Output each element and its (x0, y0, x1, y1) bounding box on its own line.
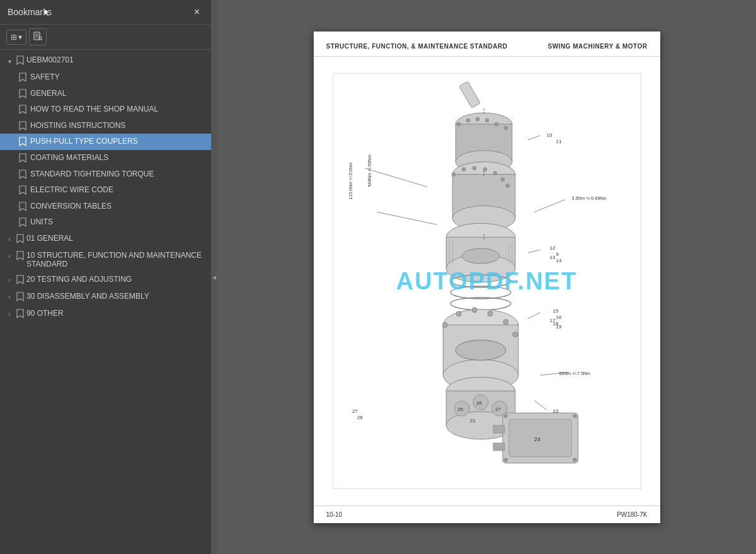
sidebar-item-units[interactable]: UNITS (0, 214, 211, 231)
svg-line-98 (364, 168, 427, 187)
expand-arrow-icon: › (5, 275, 14, 286)
bookmark-icon (16, 309, 24, 318)
svg-point-28 (493, 171, 496, 175)
sidebar-item-general[interactable]: GENERAL (0, 86, 211, 102)
svg-text:15: 15 (553, 308, 558, 313)
sidebar-item-electric-wire[interactable]: ELECTRIC WIRE CODE (0, 182, 211, 199)
svg-text:19: 19 (556, 323, 561, 329)
svg-point-74 (503, 458, 507, 461)
sidebar-item-10-structure[interactable]: › 10 STRUCTURE, FUNCTION AND MAINTENANCE… (0, 248, 211, 272)
sidebar-item-how-to-read[interactable]: HOW TO READ THE SHOP MANUAL (0, 101, 211, 118)
bookmark-icon (19, 89, 26, 98)
svg-text:16: 16 (556, 314, 561, 320)
svg-point-52 (456, 311, 461, 316)
view-options-button[interactable]: ⊞ ▾ (6, 30, 26, 45)
svg-point-29 (500, 177, 504, 181)
sidebar-item-label-how-to-read: HOW TO READ THE SHOP MANUAL (30, 105, 206, 115)
svg-point-75 (573, 458, 576, 461)
svg-point-54 (487, 311, 492, 316)
sidebar-item-label-uebm002701: UEBM002701 (26, 55, 206, 64)
sidebar-header: Bookmarks × (0, 0, 211, 25)
svg-text:27: 27 (495, 407, 500, 412)
svg-point-17 (476, 117, 479, 121)
svg-point-51 (442, 322, 447, 327)
svg-point-55 (503, 319, 508, 324)
sidebar-item-standard-tightening[interactable]: STANDARD TIGHTENING TORQUE (0, 166, 211, 183)
svg-text:9: 9 (556, 251, 559, 257)
svg-text:28: 28 (357, 415, 362, 420)
sidebar-item-label-10-structure: 10 STRUCTURE, FUNCTION AND MAINTENANCE S… (26, 251, 206, 268)
splitter-handle-icon: ◂ (212, 273, 216, 282)
page-footer-right: PW180-7K (617, 511, 647, 518)
bookmark-icon (19, 217, 26, 227)
svg-text:11: 11 (556, 138, 561, 144)
sidebar-item-label-conversion: CONVERSION TABLES (30, 202, 206, 212)
sidebar-item-label-units: UNITS (30, 217, 206, 228)
svg-line-96 (527, 312, 540, 318)
sidebar-item-label-90-other: 90 OTHER (26, 309, 206, 318)
sidebar-toolbar: ⊞ ▾ (0, 25, 211, 50)
expand-arrow-icon: › (5, 251, 14, 262)
svg-point-20 (503, 126, 507, 130)
svg-point-38 (462, 248, 500, 263)
bookmark-icon (16, 55, 24, 65)
sidebar-item-label-30-disassembly: 30 DISASSEMBLY AND ASSEMBLY (26, 292, 206, 301)
page-header-left: STRUCTURE, FUNCTION, & MAINTENANCE STAND… (326, 43, 508, 50)
bookmark-icon (19, 185, 26, 195)
svg-text:26: 26 (476, 400, 482, 406)
sidebar-item-20-testing[interactable]: › 20 TESTING AND ADJUSTING (0, 272, 211, 289)
sidebar-item-label-general: GENERAL (30, 89, 206, 99)
sidebar-item-label-standard-tightening: STANDARD TIGHTENING TORQUE (30, 170, 206, 180)
sidebar-panel: Bookmarks × ⊞ ▾ ▾ (0, 0, 211, 554)
sidebar-item-30-disassembly[interactable]: › 30 DISASSEMBLY AND ASSEMBLY (0, 289, 211, 306)
svg-point-47 (450, 297, 511, 309)
svg-line-99 (377, 212, 437, 224)
document-page: STRUCTURE, FUNCTION, & MAINTENANCE STAND… (314, 32, 660, 523)
sidebar-item-safety[interactable]: SAFETY (0, 69, 211, 86)
svg-text:27: 27 (352, 408, 357, 414)
svg-line-94 (527, 135, 540, 139)
svg-line-95 (527, 250, 540, 253)
svg-point-19 (494, 122, 498, 126)
page-container[interactable]: STRUCTURE, FUNCTION, & MAINTENANCE STAND… (217, 0, 756, 554)
machinery-diagram: 115·0Nm +/-5·0Nm 549Nm +/-59Nm 3.3Nm +/-… (333, 73, 641, 489)
sidebar-item-push-pull[interactable]: PUSH-PULL TYPE COUPLERS (0, 134, 211, 150)
sidebar-item-label-coating: COATING MATERIALS (30, 153, 206, 163)
sidebar-item-label-hoisting: HOISTING INSTRUCTIONS (30, 121, 206, 131)
svg-point-26 (472, 166, 476, 170)
svg-text:23: 23 (553, 408, 558, 414)
svg-point-53 (472, 307, 477, 312)
page-content: AUTOPDF.NET (314, 57, 660, 505)
sidebar-item-label-safety: SAFETY (30, 72, 206, 83)
svg-text:24: 24 (534, 436, 540, 442)
svg-point-24 (452, 172, 455, 176)
main-content-area: STRUCTURE, FUNCTION, & MAINTENANCE STAND… (217, 0, 756, 554)
svg-text:549Nm +/-59Nm: 549Nm +/-59Nm (367, 154, 371, 187)
svg-point-30 (505, 183, 509, 187)
sidebar-item-coating[interactable]: COATING MATERIALS (0, 150, 211, 166)
sidebar-item-hoisting[interactable]: HOISTING INSTRUCTIONS (0, 118, 211, 134)
sidebar-item-label-20-testing: 20 TESTING AND ADJUSTING (26, 275, 206, 284)
sidebar-item-01-general[interactable]: › 01 GENERAL (0, 231, 211, 248)
diagram-svg: 115·0Nm +/-5·0Nm 549Nm +/-59Nm 3.3Nm +/-… (333, 74, 641, 488)
expand-arrow-icon: › (5, 292, 14, 303)
close-button[interactable]: × (190, 5, 203, 19)
bookmark-icon (19, 153, 26, 163)
svg-point-46 (450, 286, 511, 298)
bookmark-search-icon (33, 32, 42, 42)
svg-text:3.3Nm +/-0.49Nm: 3.3Nm +/-0.49Nm (571, 195, 606, 200)
sidebar-item-label-01-general: 01 GENERAL (26, 234, 206, 243)
sidebar-item-conversion[interactable]: CONVERSION TABLES (0, 199, 211, 215)
sidebar-item-uebm002701[interactable]: ▾ UEBM002701 (0, 52, 211, 69)
svg-line-97 (534, 400, 546, 410)
svg-text:21: 21 (470, 418, 476, 424)
sidebar-item-90-other[interactable]: › 90 OTHER (0, 306, 211, 323)
bookmark-icon (16, 251, 24, 260)
panel-splitter[interactable]: ◂ (211, 0, 217, 554)
bookmark-list: ▾ UEBM002701 SAFETY GENERAL HOW TO READ … (0, 50, 211, 554)
svg-point-57 (455, 340, 506, 360)
svg-point-16 (466, 118, 470, 122)
svg-point-25 (462, 167, 466, 171)
bookmark-search-button[interactable] (29, 28, 47, 45)
sidebar-item-label-electric-wire: ELECTRIC WIRE CODE (30, 185, 206, 195)
